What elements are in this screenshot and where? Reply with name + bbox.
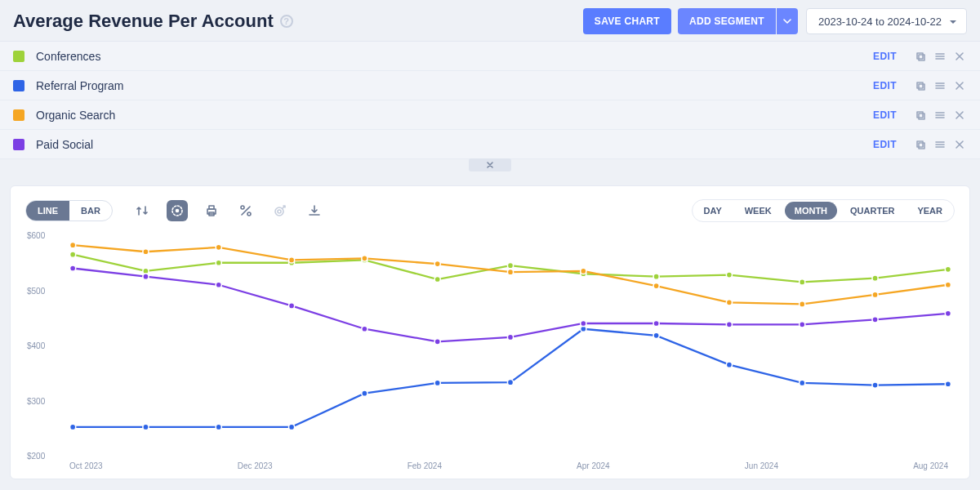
drag-handle-icon[interactable]: [933, 108, 947, 122]
remove-icon[interactable]: [952, 137, 967, 152]
data-point[interactable]: [726, 300, 732, 305]
data-point[interactable]: [653, 320, 659, 326]
duplicate-icon[interactable]: [913, 78, 928, 93]
svg-rect-3: [919, 84, 924, 90]
svg-rect-11: [209, 206, 214, 209]
chart-type-line[interactable]: LINE: [26, 201, 69, 220]
y-axis-tick: $400: [27, 341, 45, 350]
data-point[interactable]: [653, 332, 659, 338]
data-point[interactable]: [800, 322, 805, 327]
data-point[interactable]: [362, 326, 368, 332]
data-point[interactable]: [70, 265, 76, 271]
data-point[interactable]: [653, 274, 659, 279]
svg-rect-0: [917, 53, 923, 59]
data-point[interactable]: [653, 283, 659, 288]
data-point[interactable]: [216, 424, 221, 430]
period-day[interactable]: DAY: [694, 202, 732, 220]
data-point[interactable]: [434, 276, 440, 282]
segment-edit-button[interactable]: EDIT: [873, 51, 897, 62]
download-icon[interactable]: [304, 200, 325, 221]
segment-row: Organic SearchEDIT: [0, 100, 980, 130]
chart-type-bar[interactable]: BAR: [69, 201, 112, 220]
help-icon[interactable]: ?: [280, 15, 293, 28]
data-point[interactable]: [143, 274, 149, 279]
data-point[interactable]: [945, 381, 951, 387]
data-point[interactable]: [726, 322, 732, 327]
drag-handle-icon[interactable]: [933, 49, 947, 64]
compare-icon[interactable]: [132, 200, 154, 221]
data-point[interactable]: [945, 310, 951, 316]
data-point[interactable]: [70, 243, 76, 248]
chart-card: LINE BAR DAY WEEK MONTH QUARTER YEAR $60…: [10, 185, 970, 479]
duplicate-icon[interactable]: [913, 108, 928, 122]
data-point[interactable]: [288, 303, 294, 309]
svg-point-14: [247, 212, 251, 216]
drag-handle-icon[interactable]: [933, 137, 947, 152]
duplicate-icon[interactable]: [913, 137, 928, 152]
data-point[interactable]: [288, 257, 294, 263]
data-point[interactable]: [216, 260, 221, 265]
data-point[interactable]: [800, 301, 805, 307]
remove-icon[interactable]: [952, 49, 967, 64]
date-range-picker[interactable]: 2023-10-24 to 2024-10-22: [806, 8, 967, 34]
data-point[interactable]: [70, 252, 76, 257]
data-point[interactable]: [362, 390, 368, 396]
data-point[interactable]: [800, 380, 805, 385]
period-month[interactable]: MONTH: [785, 202, 837, 220]
data-point[interactable]: [434, 339, 440, 345]
remove-icon[interactable]: [952, 78, 967, 93]
data-point[interactable]: [507, 262, 513, 268]
collapse-segments-button[interactable]: [469, 158, 511, 172]
data-point[interactable]: [507, 380, 513, 385]
y-axis-tick: $500: [27, 286, 45, 295]
data-point[interactable]: [581, 320, 586, 326]
data-point[interactable]: [70, 424, 76, 430]
data-point[interactable]: [288, 424, 294, 430]
segment-color-chip: [13, 139, 24, 150]
add-segment-button[interactable]: ADD SEGMENT: [678, 8, 776, 34]
data-point[interactable]: [507, 270, 513, 275]
svg-rect-6: [917, 141, 923, 147]
percent-icon[interactable]: [235, 200, 256, 221]
data-point[interactable]: [726, 362, 732, 368]
add-segment-dropdown[interactable]: [777, 8, 798, 34]
data-point[interactable]: [143, 424, 149, 430]
data-point[interactable]: [726, 272, 732, 278]
close-icon: [486, 161, 494, 169]
segment-edit-button[interactable]: EDIT: [873, 139, 897, 150]
focus-icon[interactable]: [167, 200, 188, 221]
x-axis-tick: Aug 2024: [913, 461, 948, 470]
data-point[interactable]: [872, 275, 878, 281]
period-year[interactable]: YEAR: [907, 202, 952, 220]
svg-point-9: [176, 210, 178, 212]
data-point[interactable]: [507, 334, 513, 340]
period-week[interactable]: WEEK: [735, 202, 782, 220]
data-point[interactable]: [872, 317, 878, 323]
segment-row: Paid SocialEDIT: [0, 130, 980, 159]
segment-color-chip: [13, 51, 24, 62]
data-point[interactable]: [945, 266, 951, 272]
x-axis-tick: Oct 2023: [69, 461, 103, 470]
segment-edit-button[interactable]: EDIT: [873, 109, 897, 121]
x-axis-tick: Dec 2023: [238, 461, 273, 470]
segment-edit-button[interactable]: EDIT: [873, 80, 897, 91]
remove-icon[interactable]: [952, 108, 967, 122]
data-point[interactable]: [216, 244, 221, 250]
segment-name: Referral Program: [36, 79, 873, 92]
save-chart-button[interactable]: SAVE CHART: [583, 8, 671, 34]
period-quarter[interactable]: QUARTER: [840, 202, 904, 220]
svg-point-13: [241, 206, 244, 209]
data-point[interactable]: [216, 282, 221, 287]
data-point[interactable]: [581, 268, 586, 274]
data-point[interactable]: [872, 382, 878, 388]
data-point[interactable]: [434, 261, 440, 266]
data-point[interactable]: [945, 282, 951, 287]
data-point[interactable]: [143, 249, 149, 255]
data-point[interactable]: [800, 279, 805, 285]
duplicate-icon[interactable]: [913, 49, 928, 64]
data-point[interactable]: [362, 256, 368, 261]
drag-handle-icon[interactable]: [933, 78, 947, 93]
data-point[interactable]: [434, 380, 440, 385]
data-point[interactable]: [872, 292, 878, 297]
print-icon[interactable]: [201, 200, 222, 221]
